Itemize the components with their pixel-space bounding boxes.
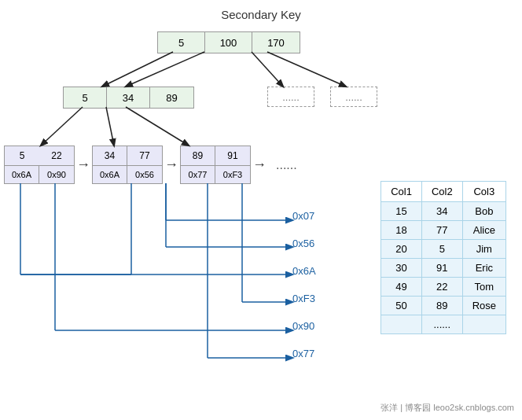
col1-header: Col1 xyxy=(381,182,422,202)
ptr-0x6A: 0x6A xyxy=(292,265,316,277)
cell-3-2: Eric xyxy=(462,259,505,278)
cell-3-0: 30 xyxy=(381,259,422,278)
cell-1-1: 77 xyxy=(421,221,462,240)
cell-0-2: Bob xyxy=(462,202,505,221)
ptr-0x77: 0x77 xyxy=(292,348,314,359)
level2-cell-0: 5 xyxy=(64,87,107,108)
level2-node: 5 34 89 xyxy=(63,87,194,109)
cell-3-1: 91 xyxy=(421,259,462,278)
cell-5-0: 50 xyxy=(381,297,422,315)
cell-5-2: Rose xyxy=(462,297,505,315)
cell-4-1: 22 xyxy=(421,278,462,297)
cell-1-2: Alice xyxy=(462,221,505,240)
cell-4-2: Tom xyxy=(462,278,505,297)
dashed-node-2: ...... xyxy=(330,87,377,107)
cell-0-1: 34 xyxy=(421,202,462,221)
svg-line-0 xyxy=(102,52,173,87)
svg-line-6 xyxy=(126,107,189,146)
dashed-node-1: ...... xyxy=(267,87,314,107)
cell-2-1: 5 xyxy=(421,240,462,259)
root-cell-2: 170 xyxy=(252,32,300,53)
cell-0-0: 15 xyxy=(381,202,422,221)
ptr-0x07: 0x07 xyxy=(292,210,314,222)
level2-cell-1: 34 xyxy=(107,87,150,108)
cell-1-0: 18 xyxy=(381,221,422,240)
table-row: 1877Alice xyxy=(381,221,506,240)
table-row: 4922Tom xyxy=(381,278,506,297)
svg-line-3 xyxy=(267,52,346,87)
svg-line-2 xyxy=(252,52,283,87)
col2-header: Col2 xyxy=(421,182,462,202)
dots-cell-0 xyxy=(381,315,422,334)
svg-line-5 xyxy=(106,107,114,146)
ptr-0x90: 0x90 xyxy=(292,320,314,332)
dots-cell-1: ...... xyxy=(421,315,462,334)
root-cell-1: 100 xyxy=(205,32,252,53)
col3-header: Col3 xyxy=(462,182,505,202)
page-title: Secondary Key xyxy=(0,8,522,21)
data-table: Col1 Col2 Col3 1534Bob1877Alice205Jim309… xyxy=(380,181,506,334)
cell-2-2: Jim xyxy=(462,240,505,259)
cell-4-0: 49 xyxy=(381,278,422,297)
table-row: 3091Eric xyxy=(381,259,506,278)
level2-cell-2: 89 xyxy=(150,87,193,108)
cell-5-1: 89 xyxy=(421,297,462,315)
table-row: 205Jim xyxy=(381,240,506,259)
root-cell-0: 5 xyxy=(158,32,205,53)
arrow-0: → xyxy=(75,157,92,173)
svg-line-4 xyxy=(41,107,83,146)
arrow-1: → xyxy=(163,157,180,173)
leaf-node-0: 5 22 0x6A 0x90 xyxy=(4,146,75,184)
leaf-node-2: 89 91 0x77 0xF3 xyxy=(180,146,251,184)
table-dots-row: ...... xyxy=(381,315,506,334)
ptr-0xF3: 0xF3 xyxy=(292,293,315,304)
ptr-0x56: 0x56 xyxy=(292,238,314,249)
watermark: 张洋 | 博客园 leoo2sk.cnblogs.com xyxy=(380,402,514,414)
root-node: 5 100 170 xyxy=(157,31,300,53)
table-row: 1534Bob xyxy=(381,202,506,221)
leaf-node-1: 34 77 0x6A 0x56 xyxy=(92,146,163,184)
arrow-2: → xyxy=(251,157,268,173)
leaf-row: 5 22 0x6A 0x90 → 34 77 0x6A 0x56 → xyxy=(4,146,297,184)
leaf-dots: ...... xyxy=(276,158,297,172)
cell-2-0: 20 xyxy=(381,240,422,259)
main-container: Secondary Key 5 100 170 5 34 89 ...... .… xyxy=(0,0,522,420)
dots-cell-2 xyxy=(462,315,505,334)
table-row: 5089Rose xyxy=(381,297,506,315)
svg-line-1 xyxy=(126,52,204,87)
